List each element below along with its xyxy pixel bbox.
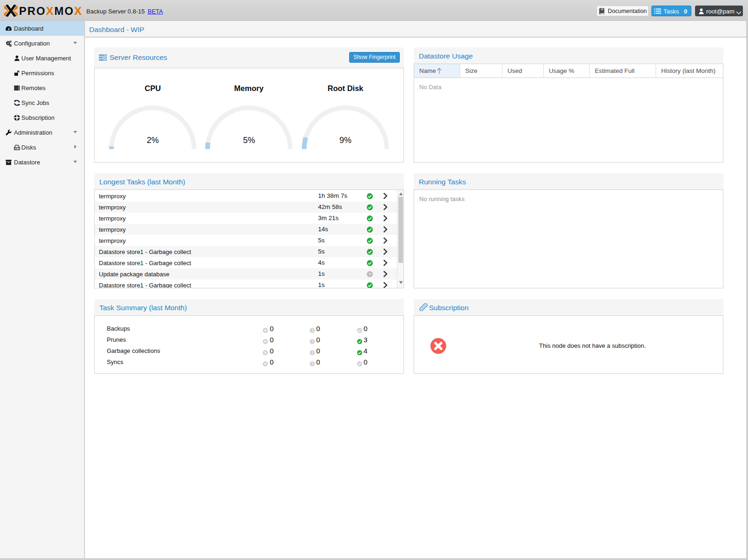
svg-text:?: ? [369,272,371,277]
